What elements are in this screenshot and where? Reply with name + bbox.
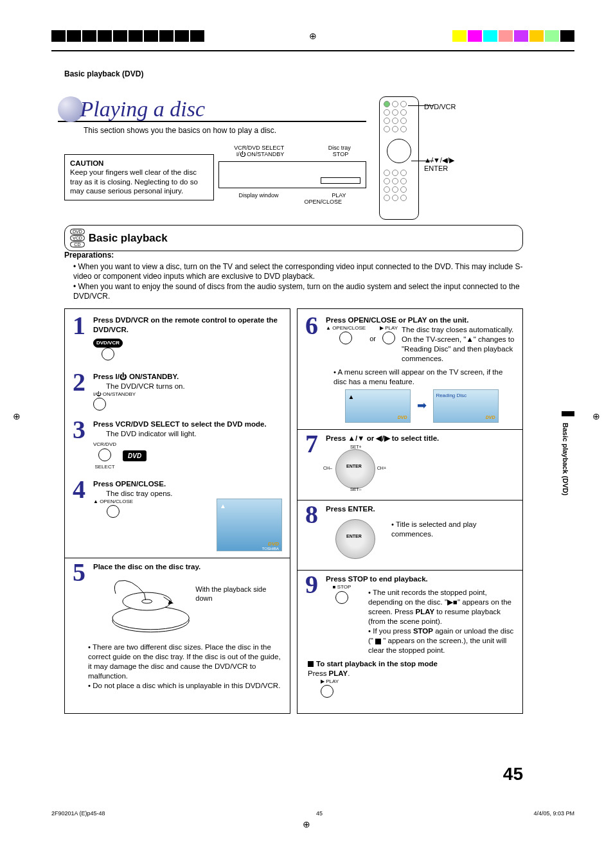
remote-button-icon — [107, 505, 120, 518]
start-playback-block: To start playback in the stop mode Press… — [308, 659, 517, 700]
preparation-item: When you want to view a disc, turn on th… — [73, 262, 523, 282]
callout-nav-arrows: ▲/▼/◀/▶ — [424, 156, 454, 164]
registration-mark-left: ⊕ — [13, 411, 21, 421]
step-bullet: A menu screen will appear on the TV scre… — [333, 368, 517, 387]
enter-center-label: ENTER — [346, 463, 362, 469]
trim-top-bar: ⊕ — [51, 29, 574, 43]
section-title: Basic playback — [89, 232, 168, 245]
preparation-item: When you want to enjoy the sound of disc… — [73, 282, 523, 302]
preparations-block: Preparations: When you want to view a di… — [64, 251, 523, 302]
brand-label: TOSHIBA — [262, 547, 279, 552]
remote-diagram — [379, 96, 419, 220]
steps-left-column: 1 Press DVD/VCR on the remote control to… — [64, 308, 290, 714]
stop-label: ■ STOP — [326, 584, 358, 590]
remote-button-icon — [339, 332, 352, 344]
step-1: 1 Press DVD/VCR on the remote control to… — [70, 315, 285, 366]
nav-pad-icon: ENTER — [332, 516, 377, 561]
registration-mark-top: ⊕ — [309, 31, 317, 41]
step-subtext: The DVD/VCR turns on. — [106, 382, 285, 391]
footer-doc-id: 2F90201A (E)p45-48 — [51, 810, 105, 817]
callout-dvdvcr: DVD/VCR — [424, 103, 456, 111]
step-number: 6 — [303, 315, 321, 423]
step-title: Press STOP to end playback. — [326, 574, 517, 584]
step-number: 3 — [70, 420, 88, 473]
svg-point-2 — [123, 592, 172, 610]
tv-screen-eject-icon: ▲ DVD — [345, 389, 411, 423]
label-stop: STOP — [333, 151, 348, 157]
steps-right-column: 6 Press OPEN/CLOSE or PLAY on the unit. … — [297, 308, 523, 714]
page-title: Playing a disc — [80, 97, 205, 121]
nav-pad-icon: ENTER SET+ SET– CH– CH+ — [332, 446, 377, 491]
resume-icon: ▶■ — [447, 598, 458, 606]
step-number: 1 — [70, 315, 88, 366]
remote-button-icon — [335, 591, 348, 604]
step-title: Press OPEN/CLOSE or PLAY on the unit. — [326, 315, 517, 325]
openclose-label: ▲ OPEN/CLOSE — [326, 325, 366, 332]
dvd-indicator-icon: DVD — [123, 450, 147, 461]
step-bullet: If you press STOP again or unload the di… — [368, 626, 517, 655]
start-playback-heading: To start playback in the stop mode — [316, 660, 438, 668]
breadcrumb: Basic playback (DVD) — [64, 69, 143, 78]
device-front-diagram: VCR/DVD SELECT Disc tray I/⏻ ON/STANDBY … — [212, 145, 373, 222]
footer-datetime: 4/4/05, 9:03 PM — [533, 810, 574, 817]
tv-screen-splash-icon: ▲ DVD TOSHIBA — [217, 499, 282, 551]
dvdvcr-pill-icon: DVD/VCR — [93, 339, 123, 348]
step-number: 4 — [70, 479, 88, 551]
step-6: 6 Press OPEN/CLOSE or PLAY on the unit. … — [303, 315, 517, 423]
step-bullet: Do not place a disc which is unplayable … — [88, 681, 285, 691]
footer-page: 45 — [316, 810, 323, 817]
trim-black-blocks — [51, 30, 204, 42]
side-tab: Basic playback (DVD) — [562, 411, 574, 571]
step-title: Press ▲/▼ or ◀/▶ to select title. — [326, 434, 517, 443]
eject-icon: ▲ — [220, 502, 226, 510]
stop-square-icon — [375, 639, 381, 644]
label-disc-tray: Disc tray — [328, 145, 351, 151]
disc-type-badges: DVD VCD CD — [70, 228, 85, 248]
step-5: 5 Place the disc on the disc tray. — [70, 562, 285, 691]
remote-button-icon — [382, 332, 395, 344]
step-body-text: The disc tray closes automatically. On t… — [402, 325, 517, 364]
disc-placement-icon — [106, 574, 195, 639]
remote-button-icon — [93, 398, 106, 411]
page-number: 45 — [503, 764, 523, 784]
square-bullet-icon — [308, 661, 314, 667]
step-8: 8 Press ENTER. ENTER Title is selected a… — [303, 504, 517, 564]
step-bullet: Title is selected and play commences. — [391, 520, 517, 539]
enter-center-label: ENTER — [346, 533, 362, 539]
step-title: Press I/⏻ ON/STANDBY. — [93, 372, 285, 382]
steps-container: 1 Press DVD/VCR on the remote control to… — [64, 308, 523, 714]
badge-cd: CD — [70, 242, 85, 247]
step-2: 2 Press I/⏻ ON/STANDBY. The DVD/VCR turn… — [70, 372, 285, 413]
remote-button-icon — [98, 448, 111, 461]
label-onstandby: I/⏻ ON/STANDBY — [236, 151, 284, 157]
badge-dvd: DVD — [70, 229, 85, 235]
step-number: 7 — [303, 434, 321, 493]
trim-color-blocks — [452, 30, 574, 42]
playback-side-down-label: With the playback side down — [195, 585, 285, 603]
step-title: Press VCR/DVD SELECT to select the DVD m… — [93, 420, 285, 429]
play-label: ▶ PLAY — [380, 325, 398, 332]
step-bullet: There are two different disc sizes. Plac… — [88, 642, 285, 681]
label-display-window: Display window — [238, 192, 278, 199]
arrow-right-icon: ➡ — [417, 398, 427, 413]
label-vcrdvd-select: VCR/DVD SELECT — [234, 145, 284, 151]
or-label: or — [369, 334, 376, 343]
top-rule — [51, 50, 574, 51]
step-title: Place the disc on the disc tray. — [93, 562, 285, 572]
step-9: 9 Press STOP to end playback. ■ STOP The… — [303, 574, 517, 700]
registration-mark-bottom: ⊕ — [303, 819, 310, 829]
section-header: DVD VCD CD Basic playback — [64, 225, 523, 251]
play-label: ▶ PLAY — [321, 678, 517, 685]
label-play: PLAY — [332, 192, 346, 199]
step-4: 4 Press OPEN/CLOSE. The disc tray opens.… — [70, 479, 285, 551]
registration-mark-right: ⊕ — [592, 411, 600, 421]
step-number: 2 — [70, 372, 88, 413]
callout-enter: ENTER — [424, 164, 448, 172]
badge-vcd: VCD — [70, 235, 85, 241]
remote-button-icon — [321, 685, 333, 698]
caution-heading: CAUTION — [70, 159, 208, 168]
side-tab-label: Basic playback (DVD) — [562, 423, 569, 495]
step-number: 8 — [303, 504, 321, 564]
dvd-logo-icon: DVD — [486, 414, 495, 420]
caution-body: Keep your fingers well clear of the disc… — [70, 168, 208, 195]
